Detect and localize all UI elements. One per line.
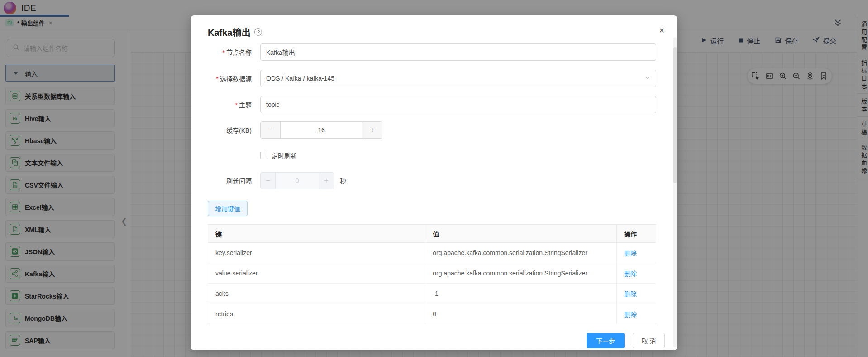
interval-value: 0 [276, 173, 319, 189]
row-key: acks [208, 284, 425, 304]
keyvalue-table: 键值操作 key.serializerorg.apache.kafka.comm… [208, 224, 656, 324]
plus-button[interactable]: + [362, 122, 382, 138]
interval-label: 刷新间隔 [208, 176, 260, 185]
chevron-down-icon [644, 75, 650, 82]
buffer-label: 缓存(KB) [208, 125, 260, 135]
delete-link[interactable]: 删除 [624, 250, 637, 257]
modal-scrollbar-thumb[interactable] [673, 47, 677, 183]
row-key: retries [208, 304, 425, 324]
table-header-row: 键值操作 [208, 225, 656, 243]
buffer-value[interactable]: 16 [281, 122, 362, 138]
datasource-select[interactable]: ODS / Kafka / kafka-145 [260, 70, 656, 87]
node-name-label: *节点名称 [208, 48, 260, 57]
interval-unit: 秒 [340, 176, 346, 185]
node-name-input[interactable] [260, 43, 656, 61]
row-key: key.serializer [208, 243, 425, 263]
add-keyvalue-button[interactable]: 增加键值 [208, 201, 248, 216]
next-step-button[interactable]: 下一步 [587, 333, 625, 348]
cancel-button[interactable]: 取 消 [633, 333, 665, 348]
row-value: org.apache.kafka.common.serialization.St… [425, 263, 617, 284]
delete-link[interactable]: 删除 [624, 311, 637, 318]
table-row: retries0删除 [208, 304, 656, 324]
modal-close-icon[interactable]: ✕ [659, 26, 665, 35]
table-header-cell: 键 [208, 225, 425, 243]
topic-label: *主题 [208, 100, 260, 109]
buffer-stepper: − 16 + [260, 121, 382, 139]
table-row: key.serializerorg.apache.kafka.common.se… [208, 243, 656, 263]
table-header-cell: 值 [425, 225, 617, 243]
datasource-label: *选择数据源 [208, 74, 260, 83]
minus-button[interactable]: − [261, 122, 281, 138]
help-icon[interactable]: ? [254, 28, 262, 36]
modal-title: Kafka输出 [208, 25, 250, 39]
row-value: org.apache.kafka.common.serialization.St… [425, 243, 617, 263]
table-row: acks-1删除 [208, 284, 656, 304]
delete-link[interactable]: 删除 [624, 270, 637, 277]
interval-stepper: − 0 + [260, 172, 334, 189]
row-key: value.serializer [208, 263, 425, 284]
kafka-output-modal: Kafka输出 ? ✕ *节点名称 *选择数据源 ODS / Kafka / k… [191, 15, 677, 350]
row-value: 0 [425, 304, 617, 324]
timed-refresh-checkbox[interactable] [260, 152, 267, 159]
timed-refresh-label: 定时刷新 [272, 151, 297, 160]
plus-button: + [319, 173, 334, 189]
minus-button: − [261, 173, 276, 189]
delete-link[interactable]: 删除 [624, 290, 637, 298]
table-header-cell: 操作 [617, 225, 656, 243]
table-row: value.serializerorg.apache.kafka.common.… [208, 263, 656, 284]
topic-input[interactable] [260, 96, 656, 113]
row-value: -1 [425, 284, 617, 304]
